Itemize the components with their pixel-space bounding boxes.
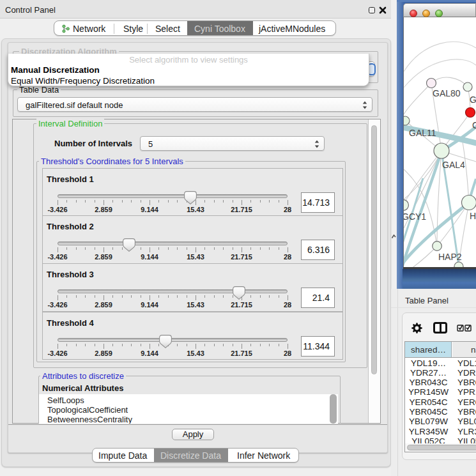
svg-text:GA: GA [470, 95, 476, 105]
svg-text:HAP2: HAP2 [438, 252, 462, 262]
svg-text:GAL11: GAL11 [409, 128, 436, 138]
svg-text:GAL4: GAL4 [442, 160, 465, 170]
svg-text:GAL80: GAL80 [433, 88, 461, 98]
svg-text:GCY1: GCY1 [404, 211, 426, 222]
svg-text:C: C [472, 120, 476, 130]
svg-text:H: H [470, 211, 476, 221]
